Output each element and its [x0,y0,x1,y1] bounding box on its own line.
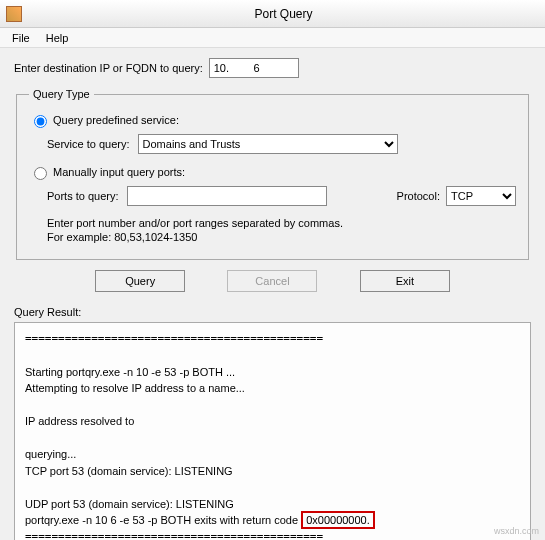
result-line3: IP address resolved to [25,413,520,430]
button-row: Query Cancel Exit [74,270,471,292]
menu-bar: File Help [0,28,545,48]
destination-label: Enter destination IP or FQDN to query: [14,62,203,74]
predefined-label: Query predefined service: [53,114,179,126]
query-type-group: Query Type Query predefined service: Ser… [16,88,529,260]
result-line6: UDP port 53 (domain service): LISTENING [25,496,520,513]
result-line4: querying... [25,446,520,463]
result-label: Query Result: [14,306,531,318]
help-text: Enter port number and/or port ranges sep… [47,216,516,245]
service-label: Service to query: [47,138,130,150]
result-divider2: ========================================… [25,529,520,540]
query-button[interactable]: Query [95,270,185,292]
result-divider: ========================================… [25,331,520,348]
manual-radio-row: Manually input query ports: [29,164,516,180]
result-line7: portqry.exe -n 10 6 -e 53 -p BOTH exits … [25,512,520,529]
protocol-label: Protocol: [397,190,440,202]
destination-row: Enter destination IP or FQDN to query: [14,58,531,78]
ports-input[interactable] [127,186,327,206]
help-line2: For example: 80,53,1024-1350 [47,230,516,244]
help-line1: Enter port number and/or port ranges sep… [47,216,516,230]
predefined-radio-row: Query predefined service: [29,112,516,128]
query-type-legend: Query Type [29,88,94,100]
title-bar: Port Query [0,0,545,28]
destination-input[interactable] [209,58,299,78]
predefined-radio[interactable] [34,115,47,128]
result-box: ========================================… [14,322,531,540]
exit-button[interactable]: Exit [360,270,450,292]
watermark: wsxdn.com [494,526,539,536]
result-line1: Starting portqry.exe -n 10 -e 53 -p BOTH… [25,364,520,381]
manual-radio[interactable] [34,167,47,180]
app-icon [6,6,22,22]
return-code: 0x00000000. [301,511,375,529]
result-line2: Attempting to resolve IP address to a na… [25,380,520,397]
ports-row: Ports to query: Protocol: TCP [47,186,516,206]
window-title: Port Query [28,7,539,21]
protocol-select[interactable]: TCP [446,186,516,206]
result-line5: TCP port 53 (domain service): LISTENING [25,463,520,480]
ports-label: Ports to query: [47,190,119,202]
manual-label: Manually input query ports: [53,166,185,178]
result-line7a: portqry.exe -n 10 6 -e 53 -p BOTH exits … [25,514,298,526]
content-area: Enter destination IP or FQDN to query: Q… [0,48,545,540]
cancel-button[interactable]: Cancel [227,270,317,292]
menu-file[interactable]: File [4,30,38,46]
menu-help[interactable]: Help [38,30,77,46]
service-row: Service to query: Domains and Trusts [47,134,516,154]
service-select[interactable]: Domains and Trusts [138,134,398,154]
